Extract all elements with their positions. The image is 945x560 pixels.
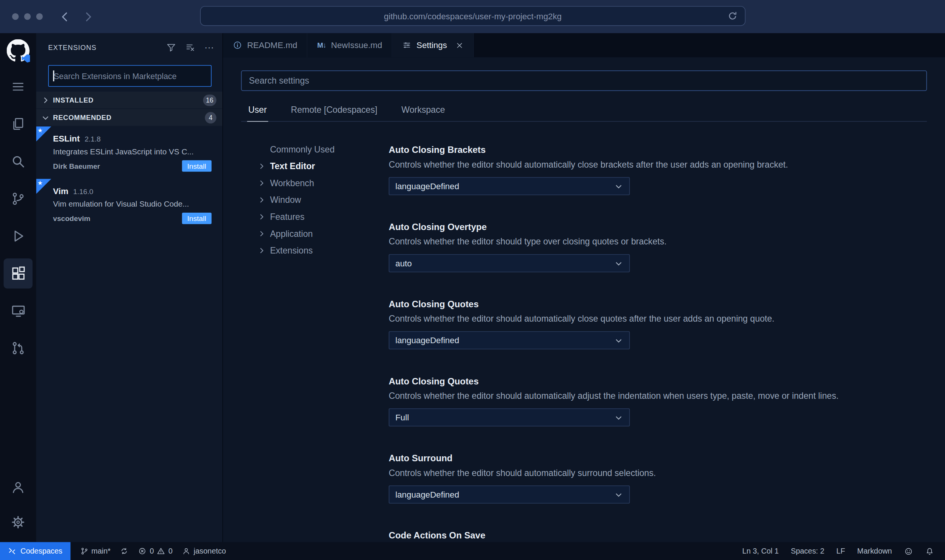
browser-window: github.com/codespaces/user-my-project-mg… bbox=[0, 0, 945, 560]
setting-dropdown[interactable]: auto bbox=[389, 254, 630, 272]
tab-settings[interactable]: Settings bbox=[392, 33, 473, 58]
source-control-icon[interactable] bbox=[4, 184, 33, 214]
scope-tab-user[interactable]: User bbox=[247, 101, 268, 122]
settings-gear-icon[interactable] bbox=[4, 507, 33, 537]
error-icon bbox=[138, 547, 147, 555]
setting-title: Auto Surround bbox=[389, 453, 927, 463]
toc-item-application[interactable]: Application bbox=[241, 225, 389, 242]
branch-icon bbox=[80, 547, 88, 555]
setting-title: Code Actions On Save bbox=[389, 530, 927, 540]
editor-area: README.md M↓ NewIssue.md Settings User R… bbox=[223, 33, 945, 542]
setting-dropdown[interactable]: languageDefined bbox=[389, 177, 630, 195]
chevron-down-icon bbox=[614, 182, 623, 191]
window-control-dot[interactable] bbox=[24, 13, 31, 20]
window-controls[interactable] bbox=[12, 13, 43, 20]
setting-item: Auto Closing Quotes Controls whether the… bbox=[389, 299, 927, 350]
section-label: RECOMMENDED bbox=[53, 114, 111, 121]
more-actions-icon[interactable]: ··· bbox=[204, 42, 214, 53]
forward-icon[interactable] bbox=[81, 10, 95, 23]
extensions-search-input[interactable] bbox=[48, 65, 211, 87]
extension-publisher: vscodevim bbox=[53, 214, 90, 222]
settings-list: Auto Closing Brackets Controls whether t… bbox=[389, 122, 927, 542]
section-recommended[interactable]: RECOMMENDED 4 bbox=[36, 109, 223, 126]
tab-bar: README.md M↓ NewIssue.md Settings bbox=[223, 33, 945, 58]
window-control-dot[interactable] bbox=[36, 13, 43, 20]
setting-item: Auto Closing Brackets Controls whether t… bbox=[389, 145, 927, 195]
setting-dropdown[interactable]: languageDefined bbox=[389, 485, 630, 504]
close-icon[interactable] bbox=[455, 41, 463, 49]
chevron-right-icon bbox=[257, 213, 266, 221]
section-installed[interactable]: INSTALLED 16 bbox=[36, 92, 223, 109]
extension-list-item[interactable]: ★ ESLint 2.1.8 Integrates ESLint JavaScr… bbox=[36, 126, 223, 179]
window-control-dot[interactable] bbox=[12, 13, 19, 20]
install-button[interactable]: Install bbox=[182, 160, 212, 171]
eol-indicator[interactable]: LF bbox=[831, 547, 850, 555]
scope-tab-workspace[interactable]: Workspace bbox=[400, 101, 446, 121]
extension-publisher: Dirk Baeumer bbox=[53, 162, 100, 170]
toc-item-text-editor[interactable]: Text Editor bbox=[241, 158, 389, 175]
toc-item-features[interactable]: Features bbox=[241, 208, 389, 226]
warning-icon bbox=[157, 547, 165, 555]
dropdown-value: languageDefined bbox=[395, 336, 459, 345]
chevron-right-icon bbox=[257, 196, 266, 204]
github-logo-icon bbox=[7, 39, 30, 62]
account-icon[interactable] bbox=[4, 472, 33, 502]
extension-version: 2.1.8 bbox=[84, 135, 101, 143]
tab-label: Settings bbox=[416, 40, 447, 50]
setting-item: Auto Closing Overtype Controls whether t… bbox=[389, 222, 927, 272]
setting-dropdown[interactable]: languageDefined bbox=[389, 331, 630, 350]
sync-icon bbox=[120, 547, 129, 555]
chevron-right-icon bbox=[257, 179, 266, 187]
refresh-icon[interactable] bbox=[727, 10, 738, 22]
filter-icon[interactable] bbox=[166, 42, 177, 53]
sidebar-title: EXTENSIONS bbox=[48, 44, 97, 51]
clear-search-icon[interactable] bbox=[185, 42, 196, 53]
feedback-icon[interactable] bbox=[899, 547, 918, 556]
toc-item-extensions[interactable]: Extensions bbox=[241, 242, 389, 259]
address-bar[interactable]: github.com/codespaces/user-my-project-mg… bbox=[200, 6, 745, 26]
pull-request-icon[interactable] bbox=[4, 333, 33, 363]
setting-description: Controls whether the editor should autom… bbox=[389, 391, 927, 400]
notifications-bell-icon[interactable] bbox=[920, 547, 939, 556]
account-status[interactable]: jasonetco bbox=[178, 547, 231, 555]
settings-search-input[interactable] bbox=[241, 70, 927, 91]
chevron-down-icon bbox=[614, 259, 623, 268]
chevron-right-icon bbox=[257, 229, 266, 238]
info-icon bbox=[232, 40, 242, 50]
section-label: INSTALLED bbox=[53, 96, 94, 104]
dropdown-value: languageDefined bbox=[395, 490, 459, 499]
remote-explorer-icon[interactable] bbox=[4, 296, 33, 326]
toc-item-window[interactable]: Window bbox=[241, 191, 389, 208]
language-mode[interactable]: Markdown bbox=[852, 547, 897, 555]
tab-readme[interactable]: README.md bbox=[223, 33, 307, 58]
toc-item-workbench[interactable]: Workbench bbox=[241, 175, 389, 192]
toc-item-commonly-used[interactable]: Commonly Used bbox=[241, 141, 389, 158]
tab-newissue[interactable]: M↓ NewIssue.md bbox=[307, 33, 392, 58]
dropdown-value: Full bbox=[395, 412, 409, 422]
extension-list-item[interactable]: ★ Vim 1.16.0 Vim emulation for Visual St… bbox=[36, 179, 223, 231]
dropdown-value: languageDefined bbox=[395, 181, 459, 191]
setting-dropdown[interactable]: Full bbox=[389, 408, 630, 426]
menu-icon[interactable] bbox=[4, 72, 33, 102]
settings-toc: Commonly Used Text Editor Workbench bbox=[241, 122, 389, 542]
remote-indicator[interactable]: Codespaces bbox=[0, 542, 70, 560]
url-text: github.com/codespaces/user-my-project-mg… bbox=[384, 11, 561, 20]
indentation-indicator[interactable]: Spaces: 2 bbox=[786, 547, 829, 555]
scope-tab-remote[interactable]: Remote [Codespaces] bbox=[290, 101, 379, 121]
tab-label: NewIssue.md bbox=[331, 40, 382, 50]
search-icon[interactable] bbox=[4, 146, 33, 177]
setting-title: Auto Closing Quotes bbox=[389, 376, 927, 386]
settings-scope-tabs: User Remote [Codespaces] Workspace bbox=[241, 101, 927, 122]
setting-description: Controls whether the editor should autom… bbox=[389, 314, 927, 323]
branch-indicator[interactable]: main* bbox=[75, 547, 115, 555]
run-debug-icon[interactable] bbox=[4, 221, 33, 251]
install-button[interactable]: Install bbox=[182, 213, 212, 224]
cursor-position[interactable]: Ln 3, Col 1 bbox=[738, 547, 784, 555]
problems-indicator[interactable]: 0 0 bbox=[134, 547, 178, 555]
extensions-icon[interactable] bbox=[4, 258, 33, 289]
extensions-sidebar: EXTENSIONS ··· INSTALLED 16 RECOMMENDED … bbox=[36, 33, 223, 542]
browser-chrome: github.com/codespaces/user-my-project-mg… bbox=[0, 0, 945, 33]
explorer-icon[interactable] bbox=[4, 109, 33, 139]
sync-button[interactable] bbox=[115, 547, 134, 555]
back-icon[interactable] bbox=[58, 10, 72, 23]
